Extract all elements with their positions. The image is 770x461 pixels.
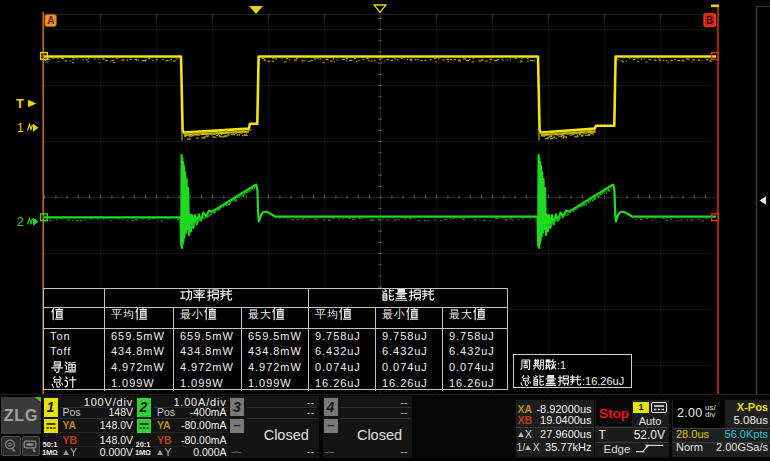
svg-text:1: 1	[17, 121, 24, 135]
svg-text:2: 2	[17, 215, 24, 229]
svg-text:B: B	[706, 15, 713, 26]
svg-text:A: A	[47, 15, 54, 26]
svg-text:T: T	[16, 96, 24, 111]
